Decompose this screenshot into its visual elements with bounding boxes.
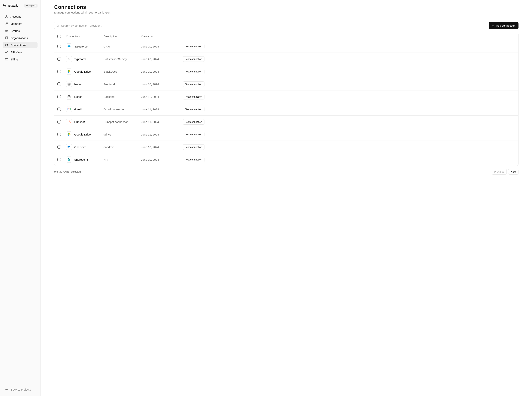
search-wrap bbox=[54, 22, 158, 29]
main-content: Connections Manage connections within yo… bbox=[41, 0, 532, 396]
table-row: Google Drive gdrive June 11, 2024 Test c… bbox=[54, 128, 518, 140]
row-checkbox[interactable] bbox=[57, 108, 61, 111]
add-label: Add connection bbox=[496, 24, 515, 27]
row-more-button[interactable]: ⋯ bbox=[206, 106, 212, 112]
row-checkbox[interactable] bbox=[57, 95, 61, 98]
test-connection-button[interactable]: Test connection bbox=[183, 94, 205, 99]
row-checkbox[interactable] bbox=[57, 120, 61, 123]
back-label: Back to projects bbox=[11, 388, 31, 391]
toolbar: Add connection bbox=[54, 22, 519, 29]
svg-rect-5 bbox=[6, 37, 8, 39]
connection-created: June 11, 2024 bbox=[141, 108, 159, 111]
sidebar-item-billing[interactable]: Billing bbox=[3, 56, 38, 63]
page-title: Connections bbox=[54, 4, 519, 10]
org-icon bbox=[5, 36, 8, 40]
back-to-projects[interactable]: Back to projects bbox=[3, 386, 38, 393]
table-footer: 0 of 30 row(s) selected. Previous Next bbox=[54, 169, 519, 175]
svg-point-4 bbox=[7, 30, 8, 31]
test-connection-button[interactable]: Test connection bbox=[183, 132, 205, 137]
row-more-button[interactable]: ⋯ bbox=[206, 119, 212, 125]
selection-status: 0 of 30 row(s) selected. bbox=[54, 170, 82, 173]
connection-description: Hubspot connection bbox=[103, 120, 128, 123]
arrow-left-icon bbox=[5, 388, 8, 391]
sidebar-item-organizations[interactable]: Organizations bbox=[3, 35, 38, 41]
row-more-button[interactable]: ⋯ bbox=[206, 131, 212, 138]
test-connection-button[interactable]: Test connection bbox=[183, 157, 205, 162]
test-connection-button[interactable]: Test connection bbox=[183, 56, 205, 62]
connection-name: Gmail bbox=[74, 108, 82, 111]
row-checkbox[interactable] bbox=[57, 70, 61, 73]
row-more-button[interactable]: ⋯ bbox=[206, 43, 212, 50]
table-row: Hubspot Hubspot connection June 11, 2024… bbox=[54, 116, 518, 128]
sidebar: stack Enterprise Account Members Groups … bbox=[0, 0, 41, 396]
row-more-button[interactable]: ⋯ bbox=[206, 68, 212, 75]
search-input[interactable] bbox=[54, 22, 158, 29]
svg-point-0 bbox=[6, 15, 7, 17]
svg-point-1 bbox=[6, 23, 6, 23]
add-connection-button[interactable]: Add connection bbox=[489, 22, 519, 29]
connections-table: Connections Description Created at sf Sa… bbox=[54, 33, 519, 166]
sidebar-item-apikeys[interactable]: API Keys bbox=[3, 49, 38, 55]
row-more-button[interactable]: ⋯ bbox=[206, 93, 212, 100]
row-checkbox[interactable] bbox=[57, 133, 61, 136]
gdrive-icon bbox=[66, 131, 72, 137]
svg-point-2 bbox=[7, 23, 8, 24]
connection-description: Frontend bbox=[103, 82, 115, 86]
connection-name: Notion bbox=[74, 82, 82, 86]
connection-name: Typeform bbox=[74, 58, 86, 61]
connection-created: June 20, 2024 bbox=[141, 45, 159, 48]
row-more-button[interactable]: ⋯ bbox=[206, 144, 212, 150]
connection-created: June 20, 2024 bbox=[141, 70, 159, 73]
groups-icon bbox=[5, 29, 8, 32]
row-more-button[interactable]: ⋯ bbox=[206, 56, 212, 62]
row-more-button[interactable]: ⋯ bbox=[206, 156, 212, 163]
connection-created: June 18, 2024 bbox=[141, 82, 159, 86]
sidebar-item-label: Account bbox=[11, 15, 21, 18]
sidebar-item-label: Members bbox=[11, 22, 22, 25]
logo-icon bbox=[3, 4, 7, 8]
sidebar-item-label: Organizations bbox=[11, 36, 28, 40]
sidebar-item-connections[interactable]: Connections bbox=[3, 42, 38, 48]
test-connection-button[interactable]: Test connection bbox=[183, 44, 205, 49]
sidebar-item-groups[interactable]: Groups bbox=[3, 28, 38, 34]
test-connection-button[interactable]: Test connection bbox=[183, 107, 205, 112]
row-checkbox[interactable] bbox=[57, 45, 61, 48]
connection-created: June 20, 2024 bbox=[141, 58, 159, 61]
previous-button[interactable]: Previous bbox=[492, 169, 507, 175]
test-connection-button[interactable]: Test connection bbox=[183, 82, 205, 87]
next-button[interactable]: Next bbox=[508, 169, 519, 175]
nav-list: Account Members Groups Organizations Con… bbox=[3, 13, 38, 384]
connection-name: Google Drive bbox=[74, 70, 91, 73]
svg-text:N: N bbox=[69, 96, 70, 98]
connection-name: Google Drive bbox=[74, 133, 91, 136]
svg-text:sf: sf bbox=[69, 46, 69, 47]
select-all-checkbox[interactable] bbox=[57, 35, 61, 38]
row-more-button[interactable]: ⋯ bbox=[206, 81, 212, 87]
row-checkbox[interactable] bbox=[57, 57, 61, 61]
row-checkbox[interactable] bbox=[57, 145, 61, 149]
connection-description: HR bbox=[103, 158, 108, 161]
table-row: Google Drive StackDocs June 20, 2024 Tes… bbox=[54, 65, 518, 78]
svg-point-16 bbox=[69, 121, 70, 121]
table-body: sf Salesforce CRM June 20, 2024 Test con… bbox=[54, 40, 518, 166]
gmail-icon bbox=[66, 106, 72, 112]
sidebar-item-account[interactable]: Account bbox=[3, 13, 38, 20]
row-checkbox[interactable] bbox=[57, 82, 61, 86]
notion-icon: N bbox=[66, 81, 72, 87]
sidebar-item-members[interactable]: Members bbox=[3, 20, 38, 27]
test-connection-button[interactable]: Test connection bbox=[183, 144, 205, 150]
svg-text:N: N bbox=[69, 83, 70, 85]
connection-name: Sharepoint bbox=[74, 158, 88, 161]
sidebar-item-label: Connections bbox=[11, 44, 26, 47]
row-checkbox[interactable] bbox=[57, 158, 61, 161]
connection-description: Gmail connection bbox=[103, 108, 125, 111]
salesforce-icon: sf bbox=[66, 43, 72, 49]
tier-badge: Enterprise bbox=[24, 4, 38, 7]
test-connection-button[interactable]: Test connection bbox=[183, 69, 205, 74]
table-row: N Notion Backend June 12, 2024 Test conn… bbox=[54, 90, 518, 103]
table-row: S Sharepoint HR June 10, 2024 Test conne… bbox=[54, 153, 518, 166]
connection-created: June 11, 2024 bbox=[141, 120, 159, 123]
test-connection-button[interactable]: Test connection bbox=[183, 119, 205, 125]
brand-name: stack bbox=[8, 3, 18, 8]
sidebar-item-label: Billing bbox=[11, 58, 18, 61]
